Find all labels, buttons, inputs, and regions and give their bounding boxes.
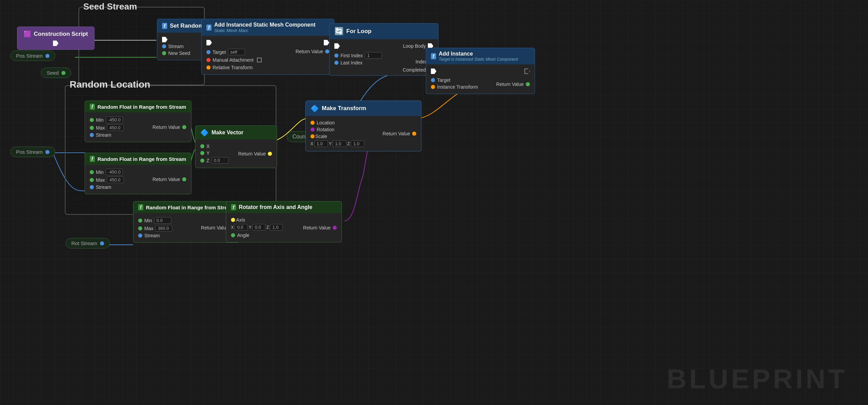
construction-script-label: Construction Script — [34, 31, 88, 38]
return-value-pin — [325, 49, 329, 54]
mv-return-pin — [268, 152, 272, 156]
manual-attach-checkbox — [257, 58, 262, 62]
axis-pin — [231, 218, 235, 222]
rotation-pin — [310, 127, 315, 132]
new-seed-pin — [162, 51, 166, 55]
rf2-min-val: -450.0 — [106, 169, 123, 175]
for-exec-in — [334, 43, 340, 49]
axis-y-val: 0.0 — [252, 224, 265, 230]
make-transform-label: Make Transform — [322, 105, 366, 112]
rf1-min-pin — [90, 118, 94, 122]
rf1-return-pin — [182, 125, 186, 129]
scale-z-val: 1.0 — [351, 140, 364, 147]
blueprint-watermark: BLUEPRINT — [667, 363, 848, 395]
mv-x-pin — [200, 144, 204, 148]
first-index-pin — [334, 54, 338, 58]
add-instance-subtitle: Target is Instanced Static Mesh Componen… — [439, 57, 518, 62]
pos-stream-pin — [45, 54, 49, 58]
angle-pin — [231, 233, 235, 237]
random-location-title: Random Location — [70, 79, 150, 90]
rf2-max-val: 450.0 — [107, 177, 124, 183]
add-instance-func-icon: f — [431, 53, 436, 59]
relative-transform-pin — [206, 65, 211, 70]
for-loop-label: For Loop — [346, 28, 372, 35]
make-vector-label: Make Vector — [212, 130, 243, 136]
mv-z-val: 0.0 — [212, 157, 229, 164]
rf2-label: Random Float in Range from Stream — [98, 156, 186, 162]
make-transform-icon: 🔷 — [310, 104, 319, 112]
add-instance-node: f Add Instance Target is Instanced Stati… — [426, 48, 535, 94]
add-instanced-title: Add Instanced Static Mesh Component — [214, 22, 316, 28]
rf3-max-pin — [138, 226, 142, 230]
set-random-func-icon: f — [162, 23, 167, 29]
rf2-min-pin — [90, 170, 94, 174]
rf3-min-pin — [138, 219, 142, 223]
manual-attach-pin — [206, 58, 211, 62]
add-instanced-subtitle: Static Mesh Marc — [214, 28, 316, 33]
add-instance-return-pin — [526, 82, 530, 86]
rf1-stream-pin — [90, 133, 94, 137]
scale-pin — [310, 134, 315, 138]
add-instanced-node: f Add Instanced Static Mesh Component St… — [201, 19, 334, 75]
rotator-label: Rotator from Axis and Angle — [239, 204, 313, 210]
exec-in-pin — [162, 37, 168, 42]
random-float-3-node: f Random Float in Range from Stream Min … — [133, 201, 240, 243]
exec-out — [324, 40, 329, 45]
rf3-label: Random Float in Range from Stream — [146, 205, 235, 210]
rot-stream-label: Rot Stream — [71, 240, 97, 246]
exec-pin-out — [53, 41, 58, 46]
rotator-icon: f — [231, 204, 236, 210]
rf2-max-pin — [90, 178, 94, 182]
random-float-2-node: f Random Float in Range from Stream Min … — [85, 153, 191, 194]
new-seed-label: New Seed — [168, 50, 190, 56]
add-instance-target-pin — [431, 78, 435, 82]
axis-z-val: 1.0 — [270, 224, 283, 230]
rf1-max-pin — [90, 126, 94, 130]
seed-pin — [61, 71, 66, 75]
rot-stream-pin — [100, 241, 104, 245]
rf3-min-val: 0.0 — [154, 217, 171, 224]
mv-y-pin — [200, 151, 204, 155]
stream-pin — [162, 44, 166, 48]
seed-node: Seed — [41, 68, 71, 78]
rf3-icon: f — [138, 204, 143, 210]
scale-x-val: 1.0 — [314, 140, 328, 147]
rf2-return-pin — [182, 177, 186, 181]
exec-in — [206, 40, 212, 45]
rf3-stream-pin — [138, 234, 142, 238]
construction-script-node: 🟪 Construction Script — [17, 27, 95, 50]
seed-label: Seed — [47, 70, 59, 76]
rotator-return-pin — [333, 226, 337, 230]
scale-y-val: 1.0 — [333, 140, 346, 147]
for-loop-icon: 🔄 — [334, 27, 344, 36]
make-vector-icon: 🔷 — [200, 129, 209, 137]
add-instance-exec-in — [431, 69, 436, 74]
axis-x-val: 0.0 — [235, 224, 248, 230]
pos-stream-mid-pin — [45, 150, 49, 154]
pos-stream-mid-label: Pos Stream — [16, 149, 43, 155]
last-index-pin — [334, 61, 338, 65]
random-float-1-node: f Random Float in Range from Stream Min … — [85, 101, 191, 142]
rf2-stream-pin — [90, 185, 94, 189]
rf2-icon: f — [90, 156, 95, 162]
rf1-max-val: 450.0 — [107, 124, 124, 131]
for-loop-node: 🔄 For Loop Loop Body First Index 1 — [329, 23, 438, 76]
seed-stream-title: Seed Stream — [83, 1, 137, 12]
add-instance-title: Add Instance — [439, 51, 518, 57]
rot-stream-node: Rot Stream — [66, 238, 110, 249]
make-vector-node: 🔷 Make Vector X Y Z 0.0 Retu — [195, 125, 277, 168]
rf3-max-val: 360.0 — [155, 225, 172, 231]
rf1-min-val: -450.0 — [106, 117, 123, 123]
stream-label: Stream — [168, 44, 184, 49]
pos-stream-mid-node: Pos Stream — [10, 147, 55, 157]
rf1-label: Random Float in Range from Stream — [98, 104, 186, 110]
make-transform-node: 🔷 Make Transform Location Rotation Scale — [305, 101, 421, 151]
pos-stream-node-top: Pos Stream — [10, 50, 55, 61]
rf1-icon: f — [90, 104, 95, 110]
instance-transform-pin — [431, 85, 435, 89]
count-label: Count — [292, 134, 307, 140]
pos-stream-label: Pos Stream — [16, 53, 43, 59]
rotator-node: f Rotator from Axis and Angle Axis X 0.0… — [226, 201, 342, 242]
make-transform-return-pin — [412, 132, 416, 136]
location-pin — [310, 121, 315, 125]
